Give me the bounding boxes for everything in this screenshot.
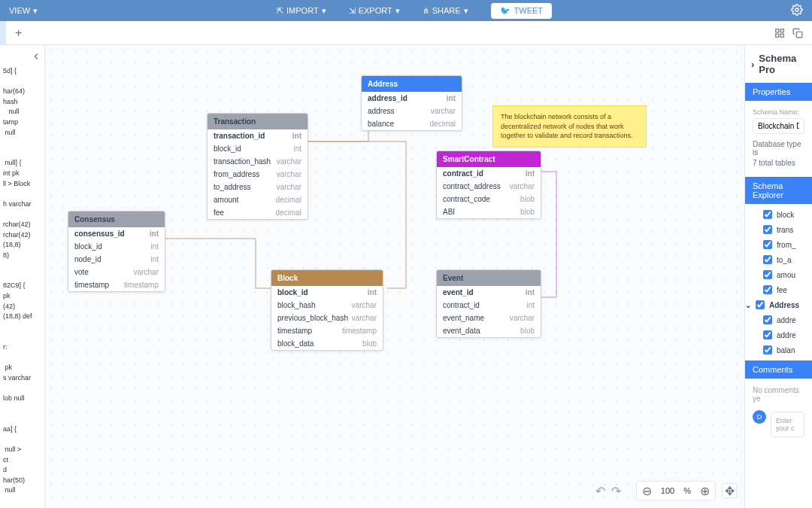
schema-explorer-tab[interactable]: Schema Explorer <box>745 177 812 204</box>
column-row[interactable]: timestamptimestamp <box>271 324 383 337</box>
undo-button[interactable]: ↶ <box>595 484 605 498</box>
comments-tab[interactable]: Comments <box>745 360 812 379</box>
table-block[interactable]: Block block_idint block_hashvarchar prev… <box>271 269 383 351</box>
comment-input[interactable]: Enter your c <box>771 412 804 437</box>
table-header[interactable]: Event <box>437 270 541 286</box>
tree-item[interactable]: to_a <box>745 252 812 267</box>
tree-item[interactable]: ⌄Address <box>745 297 812 312</box>
visibility-checkbox[interactable] <box>763 285 772 294</box>
chevron-down-icon: ▾ <box>395 6 400 16</box>
column-row[interactable]: consensus_idint <box>68 227 165 240</box>
tree-item-label: Address <box>769 301 799 309</box>
tree-item[interactable]: fee <box>745 282 812 297</box>
table-header[interactable]: Block <box>271 270 383 286</box>
visibility-checkbox[interactable] <box>763 255 772 264</box>
tree-item-label: to_a <box>777 256 791 264</box>
column-row[interactable]: event_idint <box>437 286 541 299</box>
chevron-right-icon[interactable]: › <box>751 59 754 70</box>
column-row[interactable]: address_idint <box>362 92 462 105</box>
tree-item[interactable]: addre <box>745 312 812 327</box>
share-icon: ⋔ <box>423 6 429 16</box>
table-header[interactable]: Consensus <box>68 211 165 227</box>
table-header[interactable]: SmartContract <box>437 151 541 167</box>
add-tab-button[interactable]: + <box>6 26 31 40</box>
download-icon: ⇲ <box>349 6 356 16</box>
zoom-value: 100 <box>658 486 677 495</box>
svg-rect-4 <box>776 34 779 37</box>
chevron-down-icon: ▾ <box>322 6 326 16</box>
column-row[interactable]: block_idint <box>68 240 165 253</box>
column-row[interactable]: contract_idint <box>437 299 541 312</box>
visibility-checkbox[interactable] <box>763 330 772 339</box>
duplicate-icon[interactable] <box>792 28 803 38</box>
tweet-button[interactable]: 🐦 TWEET <box>491 3 553 19</box>
column-row[interactable]: contract_idint <box>437 167 541 180</box>
zoom-in-button[interactable]: ⊕ <box>697 483 712 498</box>
visibility-checkbox[interactable] <box>763 270 772 279</box>
visibility-checkbox[interactable] <box>763 210 772 219</box>
table-consensus[interactable]: Consensus consensus_idint block_idint no… <box>68 211 165 292</box>
collapse-code-icon[interactable] <box>31 51 41 65</box>
column-row[interactable]: block_datablob <box>271 337 383 350</box>
settings-icon[interactable] <box>791 4 803 17</box>
visibility-checkbox[interactable] <box>763 240 772 249</box>
svg-point-0 <box>795 8 798 11</box>
tree-item[interactable]: amou <box>745 267 812 282</box>
column-row[interactable]: addressvarchar <box>362 105 462 117</box>
diagram-canvas[interactable]: Address address_idint addressvarchar bal… <box>45 45 744 508</box>
table-event[interactable]: Event event_idint contract_idint event_n… <box>436 269 541 338</box>
tree-item-label: from_ <box>777 241 796 249</box>
column-row[interactable]: contract_codeblob <box>437 193 541 205</box>
fit-button[interactable]: ✥ <box>722 483 737 498</box>
import-menu[interactable]: ⇱ IMPORT ▾ <box>277 6 326 16</box>
column-row[interactable]: block_idint <box>208 142 308 155</box>
tree-item[interactable]: from_ <box>745 237 812 252</box>
column-row[interactable]: transaction_hashvarchar <box>208 155 308 168</box>
column-row[interactable]: ABIblob <box>437 205 541 218</box>
canvas-note[interactable]: The blockchain network consists of a dec… <box>492 105 647 148</box>
column-row[interactable]: from_addressvarchar <box>208 168 308 181</box>
visibility-checkbox[interactable] <box>763 315 772 324</box>
column-row[interactable]: feedecimal <box>208 206 308 219</box>
column-row[interactable]: votevarchar <box>68 266 165 278</box>
tree-item[interactable]: trans <box>745 222 812 237</box>
active-tab[interactable] <box>0 21 6 45</box>
column-row[interactable]: node_idint <box>68 253 165 266</box>
tree-item[interactable]: addre <box>745 327 812 342</box>
tree-item[interactable]: balan <box>745 342 812 357</box>
view-menu[interactable]: VIEW ▾ <box>9 6 38 16</box>
column-row[interactable]: contract_addressvarchar <box>437 180 541 193</box>
grid-icon[interactable] <box>774 28 785 38</box>
share-menu[interactable]: ⋔ SHARE ▾ <box>423 6 468 16</box>
column-row[interactable]: transaction_idint <box>208 129 308 142</box>
visibility-checkbox[interactable] <box>763 225 772 234</box>
zoom-out-button[interactable]: ⊖ <box>640 483 655 498</box>
export-menu[interactable]: ⇲ EXPORT ▾ <box>349 6 400 16</box>
table-address[interactable]: Address address_idint addressvarchar bal… <box>361 75 462 131</box>
column-row[interactable]: timestamptimestamp <box>68 278 165 291</box>
column-row[interactable]: balancedecimal <box>362 117 462 130</box>
column-row[interactable]: previous_block_hashvarchar <box>271 312 383 324</box>
table-transaction[interactable]: Transaction transaction_idint block_idin… <box>207 113 308 220</box>
column-row[interactable]: block_hashvarchar <box>271 299 383 312</box>
chevron-down-icon: ▾ <box>464 6 468 16</box>
properties-tab[interactable]: Properties <box>745 83 812 101</box>
column-row[interactable]: event_datablob <box>437 324 541 337</box>
redo-button[interactable]: ↷ <box>611 484 621 498</box>
tree-item[interactable]: block <box>745 207 812 222</box>
db-type-text: Database type is <box>753 140 804 157</box>
column-row[interactable]: event_namevarchar <box>437 312 541 324</box>
column-row[interactable]: block_idint <box>271 286 383 299</box>
tree-item-label: trans <box>777 226 793 234</box>
chevron-down-icon[interactable]: ⌄ <box>745 301 751 309</box>
table-smartcontract[interactable]: SmartContract contract_idint contract_ad… <box>436 151 541 219</box>
code-editor[interactable]: 5d] { har(64) hash null tamp null null] … <box>0 45 44 508</box>
visibility-checkbox[interactable] <box>763 345 772 354</box>
column-row[interactable]: to_addressvarchar <box>208 181 308 193</box>
column-row[interactable]: amountdecimal <box>208 193 308 206</box>
visibility-checkbox[interactable] <box>756 300 765 309</box>
schema-name-input[interactable] <box>753 118 804 134</box>
svg-rect-3 <box>780 34 783 37</box>
table-header[interactable]: Address <box>362 76 462 92</box>
table-header[interactable]: Transaction <box>208 114 308 129</box>
